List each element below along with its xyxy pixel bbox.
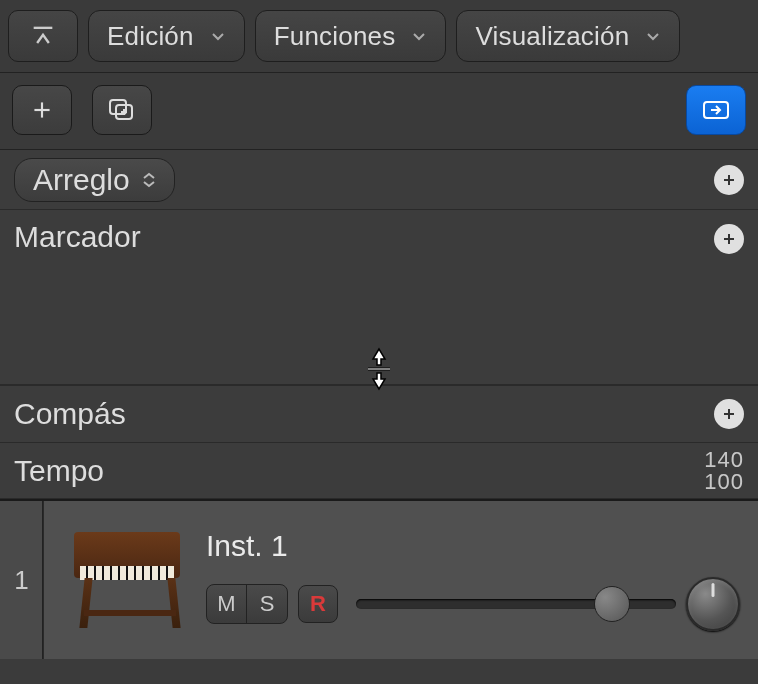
volume-thumb[interactable]	[594, 586, 630, 622]
solo-button[interactable]: S	[247, 585, 287, 623]
collapse-up-button[interactable]	[8, 10, 78, 62]
edit-menu-label: Edición	[107, 21, 194, 52]
record-enable-button[interactable]: R	[298, 585, 338, 623]
arrangement-chip[interactable]: Arreglo	[14, 158, 175, 202]
plus-icon	[721, 231, 737, 247]
plus-icon	[721, 406, 737, 422]
tempo-low: 100	[704, 471, 744, 493]
chevron-down-icon	[645, 28, 661, 44]
signature-label: Compás	[14, 397, 126, 431]
plus-icon	[721, 172, 737, 188]
tempo-range: 140 100	[704, 449, 744, 493]
arrangement-label: Arreglo	[33, 163, 130, 197]
view-menu-label: Visualización	[475, 21, 629, 52]
svg-marker-15	[373, 373, 385, 389]
view-menu[interactable]: Visualización	[456, 10, 680, 62]
edit-menu[interactable]: Edición	[88, 10, 245, 62]
instrument-icon[interactable]	[62, 520, 192, 640]
functions-menu-label: Funciones	[274, 21, 396, 52]
duplicate-plus-icon	[107, 97, 137, 123]
catch-playhead-icon	[701, 99, 731, 121]
duplicate-track-button[interactable]	[92, 85, 152, 135]
add-marker-button[interactable]	[714, 224, 744, 254]
updown-icon	[140, 172, 158, 188]
functions-menu[interactable]: Funciones	[255, 10, 447, 62]
volume-slider[interactable]	[356, 585, 676, 623]
plus-icon	[29, 97, 55, 123]
chevron-down-icon	[210, 28, 226, 44]
marker-label: Marcador	[14, 220, 141, 254]
add-arrangement-marker-button[interactable]	[714, 165, 744, 195]
split-vertical-icon	[362, 347, 396, 391]
track-name[interactable]: Inst. 1	[206, 529, 740, 563]
mute-button[interactable]: M	[207, 585, 247, 623]
add-signature-button[interactable]	[714, 399, 744, 429]
collapse-up-icon	[29, 22, 57, 50]
resize-splitter-cursor[interactable]	[362, 347, 396, 398]
track-number: 1	[14, 565, 28, 596]
tempo-high: 140	[704, 449, 744, 471]
record-label: R	[310, 591, 326, 617]
add-track-button[interactable]	[12, 85, 72, 135]
pan-knob[interactable]	[686, 577, 740, 631]
catch-playhead-button[interactable]	[686, 85, 746, 135]
chevron-down-icon	[411, 28, 427, 44]
tempo-label: Tempo	[14, 454, 104, 488]
svg-marker-12	[373, 349, 385, 365]
mute-solo-group: M S	[206, 584, 288, 624]
